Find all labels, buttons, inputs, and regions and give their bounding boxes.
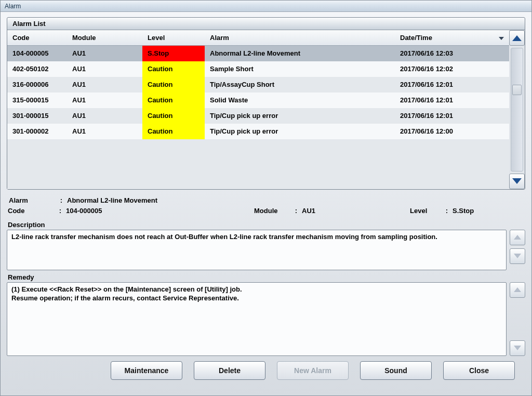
table-row[interactable]: 315-000015AU1CautionSolid Waste2017/06/1… [7,93,509,108]
description-text: L2-line rack transfer mechanism does not… [7,230,507,270]
chevron-down-icon [512,178,522,184]
table-row[interactable]: 301-000002AU1CautionTip/Cup pick up erro… [7,124,509,139]
chevron-up-icon [512,35,522,41]
close-button[interactable]: Close [443,361,515,380]
alarm-dialog: Alarm Alarm List Code Module Level Alarm [0,0,532,396]
detail-colon-1: : [56,196,67,204]
delete-button[interactable]: Delete [194,361,265,380]
table-row[interactable]: 301-000015AU1CautionTip/Cup pick up erro… [7,108,509,124]
detail-alarm-value: Abnormal L2-line Movement [67,196,157,204]
detail-code-label: Code [8,207,55,215]
window-title: Alarm [5,3,21,10]
chevron-up-icon [514,235,521,240]
scroll-thumb[interactable] [512,85,522,95]
desc-scroll-down[interactable] [510,248,525,264]
table-row[interactable]: 316-000006AU1CautionTip/AssayCup Short20… [7,77,509,93]
detail-alarm-label: Alarm [9,196,56,204]
scroll-down-button[interactable] [509,174,525,189]
scroll-up-button[interactable] [509,30,525,46]
alarm-list-panel: Alarm List Code Module Level Alarm Date/… [7,17,525,190]
detail-level-label: Level [410,207,441,215]
maintenance-button[interactable]: Maintenance [111,361,182,380]
chevron-up-icon [514,287,521,292]
col-alarm[interactable]: Alarm [205,30,395,46]
dialog-content: Alarm List Code Module Level Alarm Date/… [1,12,531,395]
detail-code-value: 104-000005 [66,207,102,215]
detail-area: Alarm : Abnormal L2-line Movement Code :… [7,193,525,218]
detail-level-value: S.Stop [453,207,474,215]
scroll-track[interactable] [511,48,523,171]
detail-module-value: AU1 [302,207,315,215]
chevron-down-icon [514,346,521,350]
col-module[interactable]: Module [67,30,142,46]
table-row[interactable]: 104-000005AU1S.StopAbnormal L2-line Move… [7,46,509,61]
remedy-scroll-down[interactable] [510,340,525,356]
detail-colon-4: : [441,207,453,215]
button-bar: Maintenance Delete New Alarm Sound Close [7,356,525,385]
detail-colon-3: : [290,207,302,215]
titlebar: Alarm [1,1,531,12]
alarm-table-head: Code Module Level Alarm Date/Time [7,30,509,46]
detail-module-label: Module [254,207,290,215]
remedy-text: (1) Execute <<Rack Reset>> on the [Maint… [7,282,507,356]
new-alarm-button: New Alarm [277,361,349,380]
table-row[interactable]: 402-050102AU1CautionSample Short2017/06/… [7,61,509,77]
chevron-down-icon [514,254,521,258]
detail-colon-2: : [55,207,66,215]
desc-scroll-up[interactable] [510,230,525,245]
alarm-list-header: Alarm List [7,18,525,30]
col-level[interactable]: Level [142,30,205,46]
col-datetime[interactable]: Date/Time [395,30,509,46]
remedy-caption: Remedy [8,273,524,281]
alarm-table-body: 104-000005AU1S.StopAbnormal L2-line Move… [7,46,509,139]
remedy-scroll-up[interactable] [510,282,525,298]
col-code[interactable]: Code [7,30,67,46]
sound-button[interactable]: Sound [360,361,432,380]
alarm-list-scrollbar [509,30,525,189]
description-caption: Description [8,221,524,229]
alarm-table: Code Module Level Alarm Date/Time 104-00… [7,30,509,139]
